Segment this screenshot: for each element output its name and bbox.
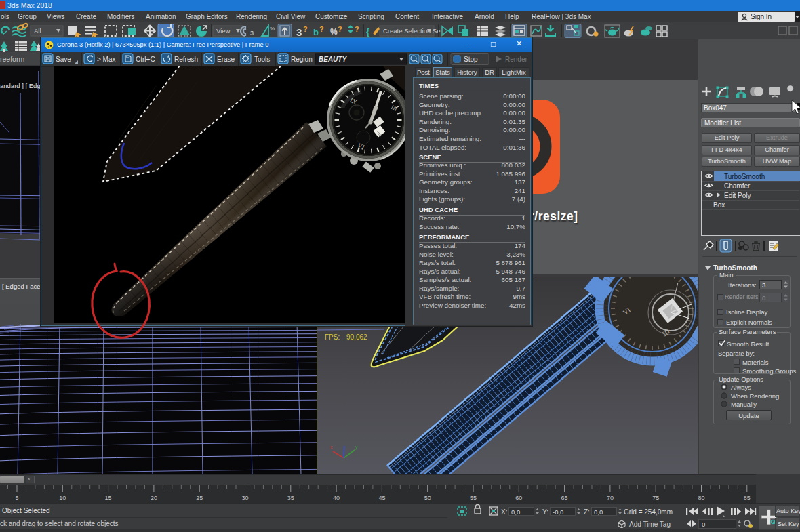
svg-text:70: 70	[607, 495, 614, 502]
svg-text:Ctrl+C: Ctrl+C	[136, 56, 155, 63]
svg-text:3: 3	[296, 26, 302, 38]
svg-text:15: 15	[105, 495, 112, 502]
svg-text:b: b	[313, 27, 319, 37]
svg-text:{: {	[366, 26, 370, 37]
svg-text:Save: Save	[56, 56, 71, 63]
svg-text:?: ?	[303, 25, 308, 33]
svg-text:Region: Region	[291, 56, 313, 63]
svg-text:Refresh: Refresh	[174, 56, 198, 63]
svg-text:35: 35	[287, 495, 294, 502]
svg-text:Create Selection Se: Create Selection Se	[383, 27, 441, 35]
svg-text:Erase: Erase	[217, 56, 235, 63]
svg-text:30: 30	[241, 495, 248, 502]
svg-text:3: 3	[250, 30, 254, 37]
svg-text:65: 65	[561, 495, 568, 502]
svg-text:?: ?	[319, 25, 324, 33]
svg-text:x: x	[330, 445, 333, 449]
svg-text:85: 85	[744, 495, 751, 502]
svg-text:?: ?	[355, 25, 359, 33]
svg-text:%: %	[330, 27, 338, 37]
svg-text:Tools: Tools	[254, 56, 270, 63]
svg-text:Stop: Stop	[464, 56, 478, 63]
svg-text:90,062: 90,062	[346, 333, 367, 341]
svg-text:60: 60	[515, 495, 522, 502]
svg-text:?: ?	[338, 25, 342, 33]
svg-text:20: 20	[151, 495, 157, 502]
svg-text:Render: Render	[505, 56, 527, 63]
svg-text:y: y	[355, 445, 358, 450]
svg-text:10: 10	[59, 495, 66, 502]
svg-text:75: 75	[652, 495, 659, 502]
svg-text:All: All	[34, 27, 41, 35]
svg-text:40: 40	[333, 495, 340, 502]
svg-text:50: 50	[424, 495, 431, 502]
svg-text:BEAUTY: BEAUTY	[319, 56, 347, 63]
svg-text:80: 80	[698, 495, 704, 502]
svg-text:25: 25	[196, 495, 203, 502]
svg-text:FPS:: FPS:	[325, 333, 340, 341]
svg-text:View: View	[216, 27, 231, 35]
svg-text:> Max: > Max	[97, 56, 116, 63]
svg-text:5: 5	[15, 495, 18, 502]
svg-text:%: %	[270, 26, 275, 32]
svg-text:55: 55	[470, 495, 477, 502]
svg-text:45: 45	[378, 495, 385, 502]
